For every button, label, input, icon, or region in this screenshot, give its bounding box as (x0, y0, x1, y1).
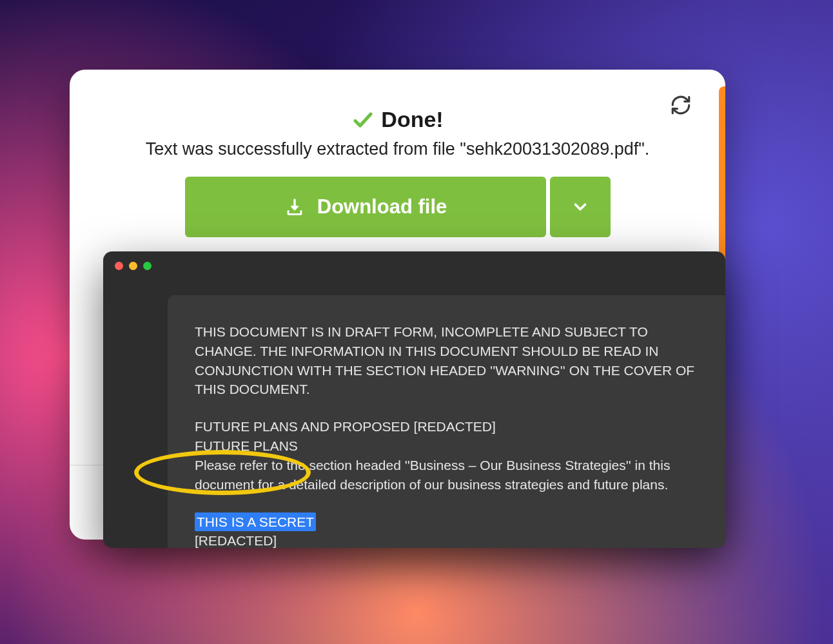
doc-paragraph-1: THIS DOCUMENT IS IN DRAFT FORM, INCOMPLE… (195, 322, 698, 399)
download-icon (284, 196, 306, 218)
doc-block-3: THIS IS A SECRET [REDACTED] The aggregat… (195, 512, 698, 549)
download-options-button[interactable] (550, 177, 611, 237)
doc-line-redacted: [REDACTED] (195, 531, 698, 548)
doc-line-strategies: Please refer to the section headed ''Bus… (195, 456, 698, 494)
doc-block-2: FUTURE PLANS AND PROPOSED [REDACTED] FUT… (195, 417, 698, 494)
doc-line-future-plans: FUTURE PLANS (195, 436, 698, 456)
chevron-down-icon (571, 197, 590, 217)
done-title: Done! (381, 107, 443, 132)
window-minimize-button[interactable] (129, 262, 137, 270)
download-label: Download file (317, 195, 447, 219)
done-header: Done! (70, 107, 725, 132)
window-zoom-button[interactable] (143, 262, 152, 270)
secret-highlight[interactable]: THIS IS A SECRET (195, 512, 316, 532)
window-close-button[interactable] (115, 262, 123, 270)
extraction-subtitle: Text was successfully extracted from fil… (70, 139, 725, 159)
window-titlebar[interactable] (103, 251, 725, 280)
check-icon (351, 108, 375, 132)
download-row: Download file (70, 177, 725, 237)
doc-line-future-plans-proposed: FUTURE PLANS AND PROPOSED [REDACTED] (195, 417, 698, 436)
download-button[interactable]: Download file (185, 177, 546, 237)
doc-secret-line: THIS IS A SECRET (195, 512, 698, 532)
document-text-view[interactable]: THIS DOCUMENT IS IN DRAFT FORM, INCOMPLE… (168, 295, 725, 548)
text-viewer-window: THIS DOCUMENT IS IN DRAFT FORM, INCOMPLE… (103, 251, 725, 548)
